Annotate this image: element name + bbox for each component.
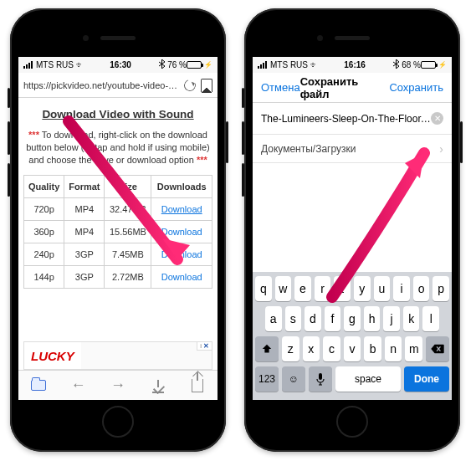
key[interactable]: r [315, 276, 331, 301]
key[interactable]: w [275, 276, 292, 301]
bookmark-icon[interactable] [201, 79, 212, 92]
key[interactable]: j [383, 306, 400, 331]
key[interactable]: i [393, 276, 410, 301]
done-key[interactable]: Done [404, 366, 449, 392]
key[interactable]: z [282, 336, 299, 361]
key[interactable]: l [422, 306, 439, 331]
key[interactable]: s [285, 306, 302, 331]
filename-row[interactable]: The-Lumineers-Sleep-On-The-Floor.mp4 ✕ [253, 103, 452, 135]
wifi-icon: ᯤ [76, 60, 84, 69]
mic-key[interactable] [309, 366, 332, 392]
save-button[interactable]: Сохранить [389, 81, 443, 94]
battery-pct: 68 % [402, 60, 421, 69]
col-downloads: Downloads [151, 175, 212, 197]
wifi-icon: ᯤ [310, 60, 319, 69]
key[interactable]: p [432, 276, 449, 301]
key[interactable]: v [344, 336, 361, 361]
location-path: Документы/Загрузки [261, 143, 439, 155]
carrier-label: MTS RUS [270, 60, 308, 69]
adchoices-icon[interactable]: i✕ [197, 342, 212, 351]
key[interactable]: x [303, 336, 320, 361]
bluetooth-icon [393, 59, 399, 70]
table-row: 240p3GP7.45MBDownload [24, 243, 212, 265]
key[interactable]: e [294, 276, 311, 301]
page-title: Download Video with Sound [23, 108, 212, 120]
download-link[interactable]: Download [151, 220, 212, 243]
table-row: 144p3GP2.72MBDownload [24, 265, 212, 288]
key[interactable]: h [364, 306, 381, 331]
col-size: Size [105, 175, 151, 197]
home-button[interactable] [102, 406, 134, 438]
key[interactable]: q [255, 276, 272, 301]
svg-rect-2 [319, 373, 322, 380]
cancel-button[interactable]: Отмена [261, 81, 300, 94]
emoji-key[interactable]: ☺ [282, 366, 305, 392]
status-bar: MTS RUS ᯤ 16:30 76 % ⚡ [18, 57, 218, 73]
key[interactable]: y [354, 276, 371, 301]
back-icon[interactable]: ← [69, 377, 86, 394]
key[interactable]: a [265, 306, 282, 331]
key[interactable]: o [413, 276, 430, 301]
reload-icon[interactable] [182, 77, 198, 93]
url-text: https://pickvideo.net/youtube-video-down… [23, 80, 179, 90]
key[interactable]: u [374, 276, 391, 301]
clear-icon[interactable]: ✕ [431, 112, 443, 125]
keyboard: q w e r t y u i o p a s d [253, 272, 452, 400]
key[interactable]: f [325, 306, 341, 331]
col-format: Format [64, 175, 105, 197]
key[interactable]: c [323, 336, 340, 361]
numbers-key[interactable]: 123 [255, 366, 279, 392]
col-quality: Quality [24, 175, 64, 197]
signal-icon [23, 61, 33, 69]
bluetooth-icon [159, 59, 165, 70]
carrier-label: MTS RUS [36, 60, 74, 69]
table-row: 360pMP415.56MBDownload [24, 220, 212, 243]
address-bar[interactable]: https://pickvideo.net/youtube-video-down… [18, 73, 218, 98]
table-row: 720pMP432.47MBDownload [24, 197, 212, 220]
battery-pct: 76 % [167, 60, 187, 69]
status-bar: MTS RUS ᯤ 16:16 68 % ⚡ [253, 57, 452, 73]
ad-brand: LUCKY [24, 342, 81, 369]
status-time: 16:16 [319, 60, 391, 69]
download-link[interactable]: Download [151, 197, 212, 220]
location-row[interactable]: Документы/Загрузки › [253, 135, 452, 163]
download-icon[interactable] [150, 377, 166, 394]
space-key[interactable]: space [335, 366, 401, 392]
battery-icon: ⚡ [187, 61, 212, 69]
key[interactable]: b [364, 336, 381, 361]
key[interactable]: d [305, 306, 321, 331]
browser-toolbar: ← → [18, 370, 218, 400]
save-dialog-header: Отмена Сохранить файл Сохранить [253, 73, 452, 103]
backspace-key[interactable] [426, 336, 449, 361]
shift-key[interactable] [255, 336, 279, 361]
close-icon: ✕ [203, 342, 209, 350]
folder-icon[interactable] [30, 377, 47, 394]
key[interactable]: g [344, 306, 361, 331]
key[interactable]: n [385, 336, 402, 361]
share-icon[interactable] [189, 377, 206, 394]
phone-left: MTS RUS ᯤ 16:30 76 % ⚡ https://pickvideo… [10, 8, 226, 452]
key[interactable]: t [334, 276, 351, 301]
key[interactable]: m [405, 336, 422, 361]
signal-icon [258, 61, 267, 69]
download-link[interactable]: Download [151, 243, 212, 265]
forward-icon[interactable]: → [110, 377, 126, 394]
status-time: 16:30 [84, 60, 156, 69]
chevron-right-icon: › [439, 142, 443, 156]
key[interactable]: k [403, 306, 420, 331]
filename-input[interactable]: The-Lumineers-Sleep-On-The-Floor.mp4 [261, 113, 431, 125]
phone-right: MTS RUS ᯤ 16:16 68 % ⚡ Отмена Сохранить … [244, 8, 460, 452]
hint-text: *** To download, right-click on the down… [23, 129, 212, 166]
dialog-title: Сохранить файл [300, 75, 390, 100]
download-link[interactable]: Download [151, 265, 212, 288]
battery-icon: ⚡ [421, 61, 447, 69]
downloads-table: Quality Format Size Downloads 720pMP432.… [23, 175, 212, 289]
ad-banner[interactable]: LUCKY i✕ [23, 341, 212, 370]
home-button[interactable] [336, 406, 368, 438]
